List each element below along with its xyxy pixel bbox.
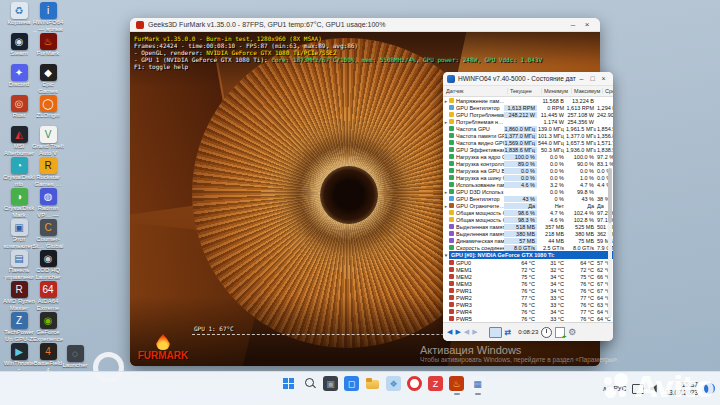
- report-icon[interactable]: [555, 327, 565, 338]
- sensor-row[interactable]: Общая мощность G… 98.6 % 4.7 % 102.4 % 9…: [443, 209, 613, 216]
- sensor-icon: [449, 210, 454, 215]
- desktop-icon[interactable]: ◔ CrystalDiskInfo: [4, 157, 34, 188]
- gear-icon[interactable]: ⚙: [568, 327, 576, 337]
- sensor-row[interactable]: Частота видео GPU 1,569.0 МГц 544.0 МГц …: [443, 139, 613, 146]
- taskbar-icon[interactable]: ▣: [322, 376, 339, 397]
- sensor-table-header[interactable]: Датчик Текущее Минимум Максимум Среднее: [443, 86, 613, 97]
- desktop-icon[interactable]: ▶ WinThruster: [4, 343, 34, 374]
- taskbar-icon[interactable]: ◻: [343, 376, 360, 397]
- arrow-right-button[interactable]: ▶: [455, 327, 460, 337]
- desktop-icon[interactable]: V Grand Theft Auto V: [33, 126, 63, 157]
- arrow-left-button[interactable]: ◀: [447, 327, 452, 337]
- column-minimum[interactable]: Минимум: [541, 88, 571, 94]
- sensor-row[interactable]: GPU0 64 °C 31 °C 64 °C 57 °C: [443, 259, 613, 266]
- desktop-icon[interactable]: ✦ Discord: [4, 64, 34, 95]
- desktop-icon[interactable]: ♻ Корзина: [4, 2, 34, 33]
- desktop-icon[interactable]: ◯ ZLOrigin: [33, 95, 63, 126]
- sensor-row[interactable]: Динамическая пам… 57 МБ 44 МБ 75 МБ 59 М…: [443, 237, 613, 244]
- sensor-icon: [449, 245, 454, 250]
- sensor-row[interactable]: Использование пам… 4.6 % 3.2 % 4.7 % 4.4…: [443, 181, 613, 188]
- desktop-icon[interactable]: Z TechPowerUp GPU-Z: [4, 312, 34, 343]
- sensor-row[interactable]: Общая мощность G… 98.3 % 4.6 % 102.8 % 9…: [443, 216, 613, 223]
- taskbar-icon[interactable]: ▦: [469, 376, 486, 397]
- sensor-current: 77 °C: [504, 295, 537, 301]
- desktop-icon[interactable]: ◉ Steam: [4, 33, 34, 64]
- column-average[interactable]: Среднее: [602, 88, 613, 94]
- sensor-minimum: 0.0 %: [537, 168, 566, 174]
- sensor-row[interactable]: Нагрузка контролле… 89.0 % 0.0 % 90.0 % …: [443, 160, 613, 167]
- taskbar-icon[interactable]: [301, 376, 318, 397]
- sensor-current: 100.0 %: [504, 154, 537, 160]
- sensor-row[interactable]: MEM2 75 °C 34 °C 75 °C 66 °C: [443, 273, 613, 280]
- sensor-row[interactable]: ▸ Напряжение пам… 11.568 В 13.224 В: [443, 97, 613, 104]
- taskbar-icon[interactable]: [364, 376, 381, 397]
- desktop-icon[interactable]: C Counter-St… Global Offe…: [33, 219, 63, 250]
- desktop-icon[interactable]: ◑ CrystalDiskMark: [4, 188, 34, 219]
- desktop-icon[interactable]: ♨ FurMark: [33, 33, 63, 64]
- minimize-button[interactable]: –: [566, 19, 580, 31]
- sensor-row[interactable]: Скорость соединен… 8.0 GT/s 2.5 GT/s 8.0…: [443, 244, 613, 251]
- close-button[interactable]: ×: [598, 75, 609, 82]
- sensor-row[interactable]: MEM1 72 °C 32 °C 72 °C 62 °C: [443, 266, 613, 273]
- sensor-row[interactable]: Частота GPU 1,860.0 МГц 139.0 МГц 1,961.…: [443, 125, 613, 132]
- maximize-button[interactable]: □: [587, 75, 598, 82]
- taskbar-icon[interactable]: [406, 376, 423, 397]
- speaker-icon[interactable]: [650, 384, 659, 393]
- taskbar-icon[interactable]: ♨: [448, 376, 465, 397]
- gpu-group-header[interactable]: ▾ GPU [#0]: NVIDIA GeForce GTX 1080 Ti:: [443, 251, 613, 259]
- sensor-row[interactable]: PWR5 76 °C 33 °C 76 °C 64 °C: [443, 315, 613, 322]
- scrollbar[interactable]: [608, 168, 612, 318]
- sensor-row[interactable]: GPU Вентилятор 1,613 RPM 0 RPM 1,613 RPM…: [443, 104, 613, 111]
- sensor-row[interactable]: GPU Вентилятор 43 % 0 % 43 % 38 %: [443, 195, 613, 202]
- desktop-icon[interactable]: ▣ Этот компьютер: [4, 219, 34, 250]
- desktop-icon[interactable]: R Rockstar Games …: [33, 157, 63, 188]
- clock-datetime[interactable]: 15:37 13.07.2023: [665, 381, 698, 396]
- close-button[interactable]: ×: [580, 19, 594, 31]
- desktop-icon[interactable]: R AMD Ryzen Master: [4, 281, 34, 312]
- sensor-row[interactable]: Нагрузка на GPU Ви… 0.0 % 0.0 % 0.0 % 0.…: [443, 167, 613, 174]
- sensor-row[interactable]: ▸ Потребляемая н… 1.174 W 254.356 W: [443, 118, 613, 125]
- sensor-row[interactable]: PWR1 76 °C 34 °C 76 °C 67 °C: [443, 287, 613, 294]
- swap-arrows-icon[interactable]: ⇄: [505, 328, 512, 337]
- sensor-row[interactable]: ▸ GPU D3D Использ… 0.0 % 99.8 %: [443, 188, 613, 195]
- notification-badge[interactable]: [704, 383, 715, 394]
- desktop-icon[interactable]: ◉ GeForce Experience: [33, 312, 63, 343]
- desktop-icon[interactable]: ▤ Панель управления: [4, 250, 34, 281]
- taskbar-icon[interactable]: ❖: [385, 376, 402, 397]
- sensor-row[interactable]: GPU Эффективная … 1,838.6 МГц 50.3 МГц 1…: [443, 146, 613, 153]
- language-indicator[interactable]: РУС: [613, 385, 626, 392]
- desktop-icon[interactable]: 4 BattleField 4: [33, 343, 63, 374]
- desktop-icon[interactable]: i HWiNFO64_ — ярлык: [33, 2, 63, 33]
- monitor-icon[interactable]: [489, 327, 502, 338]
- sensor-row[interactable]: ▸ GPU Ограничите… Да Нет Да Да: [443, 202, 613, 209]
- sensor-row[interactable]: Нагрузка на ядро GPU 100.0 % 0.0 % 100.0…: [443, 153, 613, 160]
- hwinfo-titlebar[interactable]: HWiNFO64 v7.40-5000 - Состояние датчиков…: [443, 72, 613, 86]
- desktop-icon[interactable]: ◭ MSI Afterburner: [4, 126, 34, 157]
- desktop-icon[interactable]: 64 AIDA64 Extreme: [33, 281, 63, 312]
- taskbar-icon[interactable]: Z: [427, 376, 444, 397]
- scrollbar-thumb[interactable]: [608, 168, 612, 223]
- column-sensor[interactable]: Датчик: [443, 88, 507, 94]
- sensor-row[interactable]: MEM3 76 °C 34 °C 76 °C 67 °C: [443, 280, 613, 287]
- desktop-icon[interactable]: ◉ COD HQ Launcher: [33, 250, 63, 281]
- sensor-row[interactable]: PWR3 76 °C 33 °C 76 °C 63 °C: [443, 301, 613, 308]
- sensor-row[interactable]: Выделенная памят… 518 МБ 357 МБ 525 МБ 5…: [443, 223, 613, 230]
- sensor-row[interactable]: GPU Потребляемая … 248.212 W 11.445 W 25…: [443, 111, 613, 118]
- minimize-button[interactable]: –: [576, 75, 587, 82]
- desktop-icon[interactable]: ◎ Rust: [4, 95, 34, 126]
- column-current[interactable]: Текущее: [507, 88, 541, 94]
- sensor-minimum: 33 °C: [537, 302, 566, 308]
- desktop-icon[interactable]: ◆ Epic Games Launcher: [33, 64, 63, 95]
- sensor-row[interactable]: Выделенная памят… 380 МБ 218 МБ 380 МБ 3…: [443, 230, 613, 237]
- sensor-row[interactable]: PWR4 76 °C 34 °C 77 °C 64 °C: [443, 308, 613, 315]
- sensor-row[interactable]: PWR2 77 °C 33 °C 77 °C 64 °C: [443, 294, 613, 301]
- sensor-row[interactable]: Нагрузка на шину G… 0.0 % 0.0 % 1.0 % 0.…: [443, 174, 613, 181]
- desktop-icon[interactable]: ◍ Radmin VP… — ярлык: [33, 188, 63, 219]
- network-icon[interactable]: [632, 384, 644, 394]
- tray-chevron-icon[interactable]: ∧: [602, 385, 607, 393]
- column-maximum[interactable]: Максимум: [571, 88, 602, 94]
- furmark-titlebar[interactable]: Geeks3D FurMark v1.35.0.0 - 87FPS, GPU1 …: [130, 18, 600, 32]
- taskbar-icon[interactable]: [280, 376, 297, 397]
- clock-icon[interactable]: [541, 327, 552, 338]
- sensor-row[interactable]: Частота памяти GPU 1,377.0 МГц 101.3 МГц…: [443, 132, 613, 139]
